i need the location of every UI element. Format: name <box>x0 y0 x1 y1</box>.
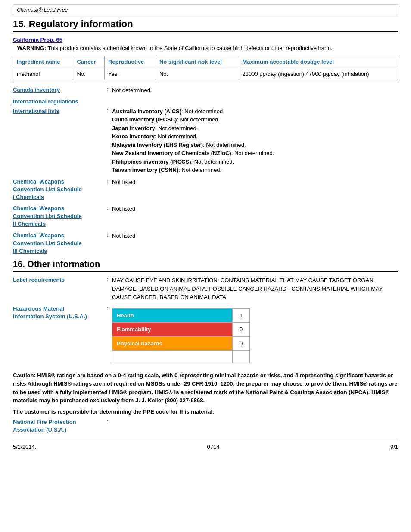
hmis-physical-bar: Physical hazards <box>112 337 232 351</box>
cell-no-sig-risk: No. <box>156 68 239 80</box>
product-name: Chemask® Lead-Free <box>17 7 68 13</box>
section16-title: 16. Other information <box>13 259 398 272</box>
footer-date: 5/1/2014. <box>13 444 36 450</box>
hmis-flammability-value: 0 <box>232 323 249 336</box>
cwc-schedule1-row: Chemical WeaponsConvention List Schedule… <box>13 178 398 202</box>
cwc-schedule1-value: Not listed <box>112 178 398 187</box>
international-regulations-label: International regulations <box>13 98 398 105</box>
hmis-health-row: Health 1 <box>112 309 249 323</box>
international-lists-label: International lists <box>13 107 103 115</box>
cell-ingredient: methanol <box>13 68 73 80</box>
list-item-1: China inventory (IECSC): Not determined. <box>112 115 398 124</box>
hmis-health-bar: Health <box>112 309 232 323</box>
hmis-physical-row: Physical hazards 0 <box>112 337 249 351</box>
cwc-schedule3-row: Chemical WeaponsConvention List Schedule… <box>13 232 398 255</box>
list-item-7: Taiwan inventory (CSNN): Not determined. <box>112 166 398 174</box>
canada-inventory-label: Canada inventory <box>13 86 103 94</box>
hmis-table: Health 1 Flammability 0 Physical hazards… <box>112 308 250 364</box>
header-bar: Chemask® Lead-Free <box>13 4 398 15</box>
nfpa-row: National Fire ProtectionAssociation (U.S… <box>13 418 398 434</box>
label-requirements-value: MAY CAUSE EYE AND SKIN IRRITATION. CONTA… <box>112 276 398 302</box>
hmis-empty-row <box>112 351 249 363</box>
page-wrapper: Chemask® Lead-Free 15. Regulatory inform… <box>0 0 411 459</box>
footer: 5/1/2014. 0714 9/1 <box>13 441 398 450</box>
list-item-2: Japan inventory: Not determined. <box>112 124 398 133</box>
cell-max-dosage: 23000 μg/day (ingestion) 47000 μg/day (i… <box>239 68 398 80</box>
list-item-3: Korea inventory: Not determined. <box>112 132 398 141</box>
hmis-row: Hazardous MaterialInformation System (U.… <box>13 305 398 365</box>
cell-reproductive: Yes. <box>105 68 156 80</box>
footer-page: 9/1 <box>390 444 398 450</box>
hmis-label: Hazardous MaterialInformation System (U.… <box>13 305 103 320</box>
hmis-health-value: 1 <box>232 309 249 323</box>
section15: 15. Regulatory information California Pr… <box>13 19 398 255</box>
list-item-4: Malaysia Inventory (EHS Register): Not d… <box>112 141 398 149</box>
prop65-link[interactable]: California Prop. 65 <box>13 37 398 43</box>
col-no-sig-risk: No significant risk level <box>156 56 239 68</box>
col-reproductive: Reproductive <box>105 56 156 68</box>
canada-inventory-value: Not determined. <box>112 86 398 95</box>
canada-inventory-row: Canada inventory : Not determined. <box>13 86 398 95</box>
international-lists-value: Australia inventory (AICS): Not determin… <box>112 107 398 174</box>
cwc1-label-text: Chemical WeaponsConvention List Schedule… <box>13 178 103 202</box>
hmis-bars-container: Health 1 Flammability 0 Physical hazards… <box>112 305 398 365</box>
cwc3-label-text: Chemical WeaponsConvention List Schedule… <box>13 232 103 255</box>
nfpa-label: National Fire ProtectionAssociation (U.S… <box>13 418 103 434</box>
cwc-schedule3-value: Not listed <box>112 232 398 240</box>
label-requirements-label: Label requirements <box>13 276 103 284</box>
section15-title: 15. Regulatory information <box>13 19 398 32</box>
hmis-flammability-row: Flammability 0 <box>112 323 249 337</box>
cwc-schedule2-value: Not listed <box>112 205 398 213</box>
prop65-warning: WARNING: This product contains a chemica… <box>13 45 398 51</box>
cwc-schedule2-label: Chemical WeaponsConvention List Schedule… <box>13 205 103 228</box>
cwc-schedule3-label: Chemical WeaponsConvention List Schedule… <box>13 232 103 255</box>
section16: 16. Other information Label requirements… <box>13 259 398 434</box>
footer-doc-number: 0714 <box>207 444 220 450</box>
label-requirements-row: Label requirements : MAY CAUSE EYE AND S… <box>13 276 398 302</box>
hmis-flammability-bar: Flammability <box>112 323 232 336</box>
cwc-schedule2-row: Chemical WeaponsConvention List Schedule… <box>13 205 398 228</box>
list-item-6: Philippines inventory (PICCS): Not deter… <box>112 158 398 166</box>
col-max-dosage: Maximum acceptable dosage level <box>239 56 398 68</box>
international-regulations-row: International regulations <box>13 98 398 105</box>
cwc2-label-text: Chemical WeaponsConvention List Schedule… <box>13 205 103 228</box>
international-lists-row: International lists : Australia inventor… <box>13 107 398 174</box>
cell-cancer: No. <box>73 68 105 80</box>
caution-block: Caution: HMIS® ratings are based on a 0-… <box>13 371 398 405</box>
ppe-line: The customer is responsible for determin… <box>13 408 398 415</box>
hmis-physical-value: 0 <box>232 337 249 351</box>
col-ingredient: Ingredient name <box>13 56 73 68</box>
table-row: methanol No. Yes. No. 23000 μg/day (inge… <box>13 68 398 80</box>
col-cancer: Cancer <box>73 56 105 68</box>
list-item-0: Australia inventory (AICS): Not determin… <box>112 107 398 116</box>
list-item-5: New Zealand Inventory of Chemicals (NZIo… <box>112 149 398 158</box>
cwc-schedule1-label: Chemical WeaponsConvention List Schedule… <box>13 178 103 202</box>
prop65-table: Ingredient name Cancer Reproductive No s… <box>13 56 398 80</box>
